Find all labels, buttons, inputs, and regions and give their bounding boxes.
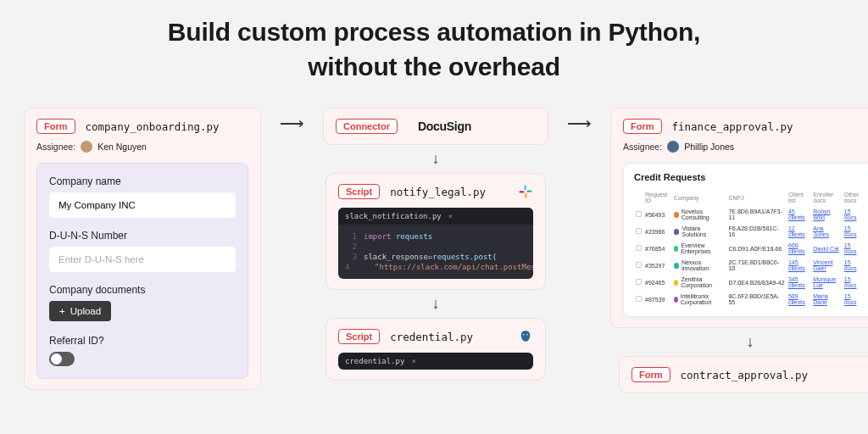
card-form-onboarding: Form company_onboarding.py Assignee: Ken…	[24, 108, 261, 390]
cell-clients[interactable]: 12 clients	[787, 223, 811, 240]
th-clients: Client list	[787, 189, 811, 206]
arrow-down-icon: ↓	[432, 150, 440, 168]
cell-cnpj: C6.D91.A0F/E18-66	[726, 240, 787, 257]
cell-other[interactable]: 15 docs	[843, 240, 866, 257]
avatar	[667, 141, 679, 153]
cell-clients[interactable]: 509 clients	[787, 291, 811, 308]
filename-notify-legal: notify_legal.py	[390, 186, 486, 198]
card-form-finance-approval: Form finance_approval.py Assignee: Phill…	[610, 108, 868, 328]
assignee-name: Ken Nguyen	[97, 142, 147, 152]
cell-enroller[interactable]: Monique Lue	[811, 274, 842, 291]
card-script-notify-legal: Script notify_legal.py slack_notificatio…	[326, 173, 546, 290]
tag-script: Script	[338, 184, 380, 199]
row-checkbox[interactable]	[636, 211, 642, 217]
cell-other[interactable]: 15 docs	[843, 257, 866, 274]
cell-enroller[interactable]: Robyn Wild	[811, 206, 842, 223]
cell-other[interactable]: 15 docs	[843, 223, 866, 240]
table-row[interactable]: #23986Vistara SolutionsF6.A28.D2B/581C-1…	[634, 223, 866, 240]
duns-input[interactable]	[49, 247, 236, 272]
cell-enroller[interactable]: Vincent Gaer	[811, 257, 842, 274]
tag-form: Form	[36, 119, 75, 134]
credit-requests-table: Request ID Company CNPJ Client list Enro…	[634, 189, 866, 308]
referral-label: Referral ID?	[49, 335, 236, 347]
hero-heading: Build custom process automation in Pytho…	[0, 0, 868, 108]
table-row[interactable]: #35297Nexxos Innovation2C.71E.8D1/B8C6-1…	[634, 257, 866, 274]
svg-point-5	[527, 334, 529, 336]
slack-icon	[518, 184, 533, 199]
company-name-label: Company name	[49, 175, 236, 187]
cell-id: #87539	[643, 291, 672, 308]
card-connector-docusign: Connector DocuSign	[323, 108, 548, 145]
arrow-right-icon: ⟶	[276, 113, 308, 133]
cell-cnpj: F6.A28.D2B/581C-16	[726, 223, 787, 240]
duns-label: D-U-N-S Number	[49, 230, 236, 242]
assignee-name: Phillip Jones	[684, 142, 734, 152]
referral-toggle[interactable]	[49, 352, 75, 366]
cell-cnpj: D7.0E4.B28/83A9-42	[726, 274, 787, 291]
filename-onboarding: company_onboarding.py	[86, 120, 220, 133]
cell-cnpj: 8C.6F2.B0D/1E5A-55	[726, 291, 787, 308]
svg-rect-2	[525, 193, 526, 198]
card-form-contract-approval: Form contract_approval.py	[619, 356, 868, 393]
row-checkbox[interactable]	[636, 262, 642, 268]
credit-requests-panel: Credit Requests Request ID Company CNPJ …	[623, 163, 868, 317]
code-editor-notify: slack_notification.py × 1import requests…	[338, 208, 533, 279]
cell-clients[interactable]: 345 clients	[787, 274, 811, 291]
cell-id: #35297	[643, 257, 672, 274]
filename-contract-approval: contract_approval.py	[681, 369, 809, 381]
cell-clients[interactable]: 600 clients	[787, 240, 811, 257]
table-row[interactable]: #87539Intellitronix Corporation8C.6F2.B0…	[634, 291, 866, 308]
postgres-icon	[518, 329, 533, 344]
cell-id: #23986	[643, 223, 672, 240]
cell-id: #76854	[643, 240, 672, 257]
cell-enroller[interactable]: David Cal	[811, 240, 842, 257]
cell-company: Nexxos Innovation	[672, 257, 727, 274]
tag-form: Form	[632, 367, 670, 382]
cell-clients[interactable]: 145 clients	[787, 257, 811, 274]
cell-cnpj: 2C.71E.8D1/B8C6-10	[726, 257, 787, 274]
filename-finance-approval: finance_approval.py	[672, 120, 793, 133]
docs-label: Company documents	[49, 284, 236, 296]
code-editor-credential: credential.py ×	[338, 353, 533, 370]
close-tab-icon[interactable]: ×	[411, 357, 415, 365]
avatar	[81, 141, 92, 153]
cell-other[interactable]: 15 docs	[843, 291, 866, 308]
table-title: Credit Requests	[634, 172, 866, 182]
company-name-input[interactable]	[49, 192, 236, 218]
tag-connector: Connector	[336, 119, 398, 134]
svg-rect-3	[520, 191, 525, 192]
th-request-id: Request ID	[643, 189, 672, 206]
upload-label: Upload	[70, 306, 101, 316]
th-enroller: Enroller docs	[811, 189, 842, 206]
arrow-right-icon: ⟶	[564, 113, 595, 133]
row-checkbox[interactable]	[636, 245, 642, 251]
svg-point-4	[523, 334, 525, 336]
row-checkbox[interactable]	[636, 228, 642, 234]
cell-clients[interactable]: 45 clients	[787, 206, 811, 223]
card-script-credential: Script credential.py credential.py ×	[326, 318, 546, 381]
th-other: Other docs	[843, 189, 866, 206]
plus-icon: +	[59, 306, 65, 316]
th-company: Company	[672, 189, 727, 206]
close-tab-icon[interactable]: ×	[448, 212, 453, 220]
cell-id: #92465	[643, 274, 672, 291]
svg-rect-1	[527, 191, 532, 192]
row-checkbox[interactable]	[636, 296, 642, 302]
table-row[interactable]: #56493Novelus Consulting7E.8D6.B9A1/A7F3…	[634, 206, 866, 223]
cell-id: #56493	[643, 206, 672, 223]
cell-cnpj: 7E.8D6.B9A1/A7F3-11	[726, 206, 787, 223]
cell-enroller[interactable]: Maria Dane	[811, 291, 842, 308]
editor-tab-name: credential.py	[345, 357, 404, 365]
table-row[interactable]: #76854Everview EnterprisesC6.D91.A0F/E18…	[634, 240, 866, 257]
table-row[interactable]: #92465Zenithia CorporationD7.0E4.B28/83A…	[634, 274, 866, 291]
row-checkbox[interactable]	[636, 279, 642, 285]
cell-enroller[interactable]: Ana Jones	[811, 223, 842, 240]
upload-button[interactable]: + Upload	[49, 301, 111, 321]
cell-company: Zenithia Corporation	[672, 274, 727, 291]
cell-company: Intellitronix Corporation	[672, 291, 727, 308]
form-panel: Company name D-U-N-S Number Company docu…	[36, 163, 248, 379]
assignee-label: Assignee:	[623, 142, 662, 152]
cell-other[interactable]: 15 docs	[843, 206, 866, 223]
cell-other[interactable]: 15 docs	[843, 274, 866, 291]
assignee-label: Assignee:	[36, 142, 75, 152]
